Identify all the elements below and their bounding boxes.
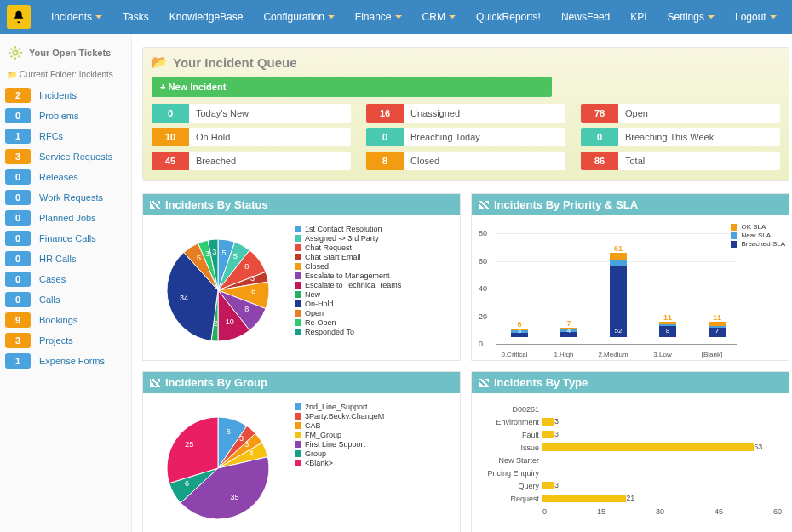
panel-type: Incidents By Type D00261Environment3Faul… (471, 371, 789, 532)
legend-item: Group (295, 449, 384, 458)
hbar-row: Pricing Enquiry (479, 467, 782, 478)
legend-item: Responded To (295, 328, 401, 336)
count-badge: 2 (5, 88, 31, 103)
queue-card-today-s-new[interactable]: 0Today's New (152, 104, 351, 123)
queue-count: 0 (366, 128, 404, 146)
queue-label: Open (618, 108, 648, 118)
sidebar-item-label: Work Requests (39, 192, 103, 203)
nav-tasks[interactable]: Tasks (112, 0, 159, 34)
sidebar-item-projects[interactable]: 3Projects (5, 333, 126, 348)
nav-knowledgebase[interactable]: KnowledgeBase (159, 0, 254, 34)
count-badge: 0 (5, 108, 31, 123)
app-logo[interactable] (7, 5, 31, 29)
queue-label: Breaching Today (404, 132, 480, 142)
svg-text:3: 3 (250, 274, 255, 283)
hbar-row: Query3 (479, 480, 782, 491)
legend-item: FM_Group (295, 431, 384, 439)
incident-queue-panel: 📂 Your Incident Queue + New Incident 0To… (142, 47, 789, 181)
sidebar-item-calls[interactable]: 0Calls (5, 292, 126, 307)
legend-item: CAB (295, 421, 384, 430)
queue-count: 10 (152, 128, 189, 146)
sidebar-item-work-requests[interactable]: 0Work Requests (5, 190, 126, 205)
legend-swatch (295, 450, 301, 457)
legend-swatch (295, 235, 301, 242)
svg-text:6: 6 (185, 479, 189, 488)
svg-text:25: 25 (185, 440, 193, 449)
count-badge: 1 (5, 129, 31, 144)
sidebar-item-label: HR Calls (39, 254, 76, 264)
count-badge: 3 (5, 149, 31, 164)
panel-priority: Incidents By Priority & SLA 020406080630… (471, 193, 789, 361)
legend-swatch (295, 300, 301, 307)
svg-text:10: 10 (226, 317, 234, 326)
svg-text:5: 5 (197, 254, 201, 262)
count-badge: 9 (5, 312, 31, 328)
sidebar-item-rfcs[interactable]: 1RFCs (5, 129, 126, 144)
svg-text:3: 3 (212, 248, 216, 256)
count-badge: 0 (5, 272, 31, 287)
queue-card-breaching-this-week[interactable]: 0Breaching This Week (581, 128, 780, 146)
sidebar-item-hr-calls[interactable]: 0HR Calls (5, 251, 126, 266)
legend-item: Escalate to Management (295, 272, 401, 280)
panel-status: Incidents By Status 558388102345331st Co… (142, 193, 461, 361)
queue-card-breaching-today[interactable]: 0Breaching Today (366, 128, 565, 146)
queue-card-open[interactable]: 78Open (581, 104, 780, 123)
queue-card-unassigned[interactable]: 16Unassigned (366, 104, 565, 123)
hbar-row: Request21 (479, 493, 782, 504)
sidebar-item-releases[interactable]: 0Releases (5, 169, 126, 185)
bar-group: 118 (654, 313, 681, 345)
svg-text:3: 3 (205, 249, 209, 258)
nav-configuration[interactable]: Configuration (253, 0, 344, 34)
count-badge: 0 (5, 190, 31, 205)
legend-item: Chat Request (295, 243, 401, 252)
queue-card-closed[interactable]: 8Closed (366, 152, 565, 170)
count-badge: 0 (5, 292, 31, 307)
legend-swatch (295, 272, 301, 279)
queue-card-total[interactable]: 86Total (581, 152, 780, 170)
queue-count: 86 (581, 152, 618, 170)
queue-label: Breaching This Week (618, 132, 714, 142)
legend-item: Re-Open (295, 318, 401, 327)
chart-icon (150, 379, 160, 387)
sidebar-item-label: Finance Calls (39, 233, 96, 243)
nav-settings[interactable]: Settings (657, 0, 725, 34)
legend-item: Open (295, 309, 401, 317)
sidebar-item-planned-jobs[interactable]: 0Planned Jobs (5, 210, 126, 226)
sidebar-item-finance-calls[interactable]: 0Finance Calls (5, 231, 126, 246)
panel-title: Incidents By Priority & SLA (494, 198, 638, 211)
svg-text:3: 3 (239, 434, 244, 443)
queue-count: 0 (152, 104, 189, 123)
nav-kpi[interactable]: KPI (620, 0, 657, 34)
nav-crm[interactable]: CRM (412, 0, 466, 34)
nav-newsfeed[interactable]: NewsFeed (551, 0, 620, 34)
sidebar-item-incidents[interactable]: 2Incidents (5, 88, 126, 103)
nav-incidents[interactable]: Incidents (41, 0, 112, 34)
sidebar-item-problems[interactable]: 0Problems (5, 108, 126, 123)
bar-group: 63 (506, 320, 533, 345)
nav-quickreports![interactable]: QuickReports! (466, 0, 551, 34)
chart-legend: 2nd_Line_Support3Party.Becky.ChangeMCABF… (295, 402, 384, 529)
queue-card-breached[interactable]: 45Breached (152, 152, 351, 170)
sidebar-item-cases[interactable]: 0Cases (5, 272, 126, 287)
sidebar-item-bookings[interactable]: 9Bookings (5, 312, 126, 328)
sidebar-item-expense-forms[interactable]: 1Expense Forms (5, 353, 126, 369)
nav-finance[interactable]: Finance (345, 0, 412, 34)
sidebar-item-label: Bookings (39, 315, 77, 325)
nav-logout[interactable]: Logout (725, 0, 787, 34)
legend-swatch (295, 310, 301, 317)
queue-label: Today's New (189, 108, 249, 118)
top-nav: IncidentsTasksKnowledgeBaseConfiguration… (0, 0, 792, 34)
queue-count: 16 (366, 104, 404, 123)
sidebar-item-service-requests[interactable]: 3Service Requests (5, 149, 126, 164)
queue-count: 78 (581, 104, 618, 123)
legend-item: <Blank> (295, 459, 384, 467)
sidebar-folder: 📁 Current Folder: Incidents (7, 70, 126, 79)
sidebar-item-label: Planned Jobs (39, 213, 96, 223)
new-incident-button[interactable]: + New Incident (152, 77, 552, 97)
legend-item: Assigned -> 3rd Party (295, 234, 401, 243)
sidebar-title: Your Open Tickets (7, 44, 126, 61)
queue-label: On Hold (189, 132, 230, 142)
chevron-down-icon (449, 15, 456, 22)
queue-card-on-hold[interactable]: 10On Hold (152, 128, 351, 146)
legend-item: Chat Start Email (295, 253, 401, 261)
